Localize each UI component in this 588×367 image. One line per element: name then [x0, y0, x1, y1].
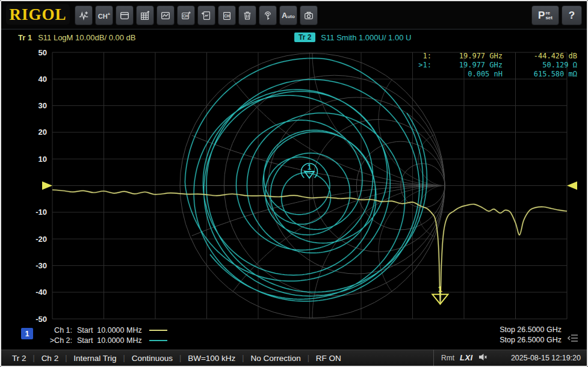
ref-level-marker-left[interactable]	[42, 182, 52, 190]
svg-text:-20: -20	[36, 235, 47, 244]
channel-2-color-swatch	[149, 340, 167, 341]
status-bandwidth[interactable]: BW=100 kHz	[188, 354, 235, 363]
channel-2-info[interactable]: >Ch 2: Start 10.0000 MHz	[43, 335, 167, 345]
separator: |	[123, 354, 125, 362]
marker-readout: 1:19.977 GHz-44.426 dB >1:19.977 GHz50.1…	[412, 52, 577, 79]
status-bar: Tr 2| Ch 2| Internal Trig| Continuous| B…	[1, 350, 587, 366]
status-trace[interactable]: Tr 2	[12, 354, 26, 363]
svg-text:-30: -30	[36, 261, 47, 270]
svg-text:20: 20	[39, 128, 47, 137]
channel-1-info[interactable]: Ch 1: Start 10.0000 MHz	[43, 325, 167, 335]
svg-text:-50: -50	[36, 315, 47, 324]
ref-level-marker-right[interactable]	[567, 182, 577, 190]
separator: |	[308, 354, 309, 362]
marker-readout-row-1: 1:19.977 GHz-44.426 dB	[412, 52, 577, 61]
svg-text:50: 50	[39, 48, 47, 57]
status-correction[interactable]: No Correction	[250, 354, 300, 363]
separator: |	[242, 354, 244, 362]
lxi-indicator: LXI	[460, 353, 473, 362]
svg-text:40: 40	[39, 75, 47, 84]
mute-icon[interactable]	[478, 353, 487, 363]
separator: |	[179, 354, 181, 362]
svg-text:1: 1	[308, 163, 312, 171]
status-right-panel: Rmt LXI 2025-08-15 12:19:20	[433, 350, 587, 366]
channel-1-stop: Stop 26.5000 GHz	[500, 325, 562, 335]
vna-screen: RIGOL CH+	[0, 0, 588, 367]
marker-readout-row-3: 0.005 nH615.580 mΩ	[412, 70, 577, 79]
status-channel[interactable]: Ch 2	[42, 354, 59, 363]
channel-2-stop: Stop 26.5000 GHz	[500, 335, 562, 345]
svg-text:1: 1	[438, 285, 442, 294]
svg-text:-40: -40	[36, 288, 47, 297]
marker-readout-row-2: >1:19.977 GHz50.129 Ω	[412, 61, 577, 70]
channel-info: Ch 1: Start 10.0000 MHz >Ch 2: Start 10.…	[43, 325, 167, 345]
collapse-menu-icon[interactable]	[568, 333, 580, 345]
datetime: 2025-08-15 12:19:20	[511, 354, 581, 362]
svg-text:-10: -10	[36, 208, 47, 217]
separator: |	[33, 354, 35, 362]
remote-indicator: Rmt	[441, 354, 454, 362]
channel-badge[interactable]: 1	[21, 328, 33, 339]
channel-1-color-swatch	[149, 330, 167, 331]
svg-text:10: 10	[39, 155, 47, 164]
status-sweep-mode[interactable]: Continuous	[132, 354, 173, 363]
separator: |	[65, 354, 67, 362]
status-rf[interactable]: RF ON	[316, 354, 341, 363]
svg-text:30: 30	[39, 101, 47, 110]
status-trigger[interactable]: Internal Trig	[73, 354, 116, 363]
channel-stops: Stop 26.5000 GHz Stop 26.5000 GHz	[500, 325, 562, 345]
